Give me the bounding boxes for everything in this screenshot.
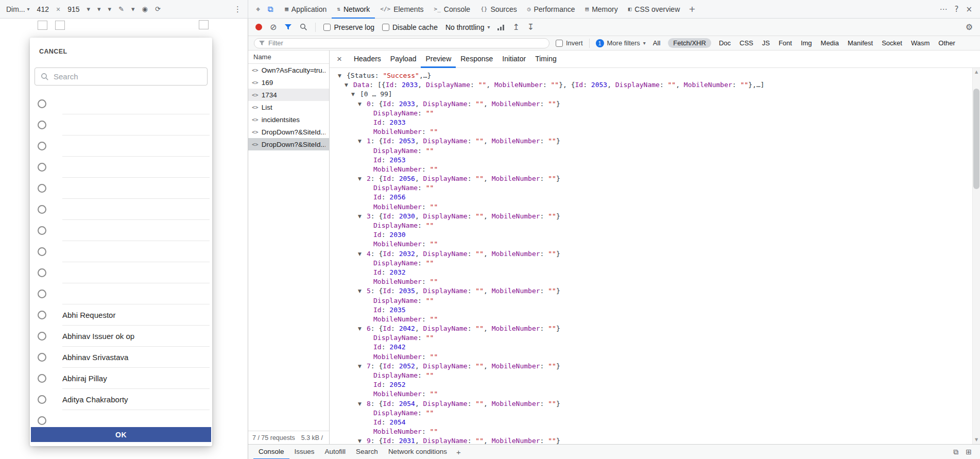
help-icon[interactable]: ? <box>951 5 962 14</box>
radio-button[interactable] <box>38 311 46 319</box>
close-devtools-icon[interactable]: × <box>962 5 976 14</box>
tab-preview[interactable]: Preview <box>421 50 456 68</box>
tree-expand-marker[interactable]: ▼ <box>358 99 367 109</box>
filter-chip[interactable]: Wasm <box>910 38 931 48</box>
tab-sources[interactable]: {}Sources <box>475 0 522 19</box>
device-toolbar-more-icon[interactable]: ⋮ <box>234 5 242 14</box>
radio-button[interactable] <box>38 163 46 172</box>
filter-chip[interactable]: Font <box>778 38 793 48</box>
filter-chip[interactable]: Socket <box>881 38 903 48</box>
request-row[interactable]: <>List <box>248 101 329 113</box>
person-row[interactable]: Abhi Requestor <box>30 304 212 326</box>
tab-memory[interactable]: ▤Memory <box>580 0 623 19</box>
person-row[interactable]: Abhinav Issuer ok op <box>30 326 212 347</box>
radio-button[interactable] <box>38 332 46 341</box>
network-search-icon[interactable] <box>300 23 307 31</box>
filter-chip[interactable]: Fetch/XHR <box>668 38 711 48</box>
page-checkbox[interactable] <box>55 21 65 30</box>
tree-line[interactable]: ▼6: {Id: 2042, DisplayName: "", MobileNu… <box>338 324 972 333</box>
page-checkbox[interactable] <box>199 20 209 29</box>
radio-button[interactable] <box>38 226 46 235</box>
preview-scrollbar[interactable]: ▲ ▼ <box>972 68 980 444</box>
tree-expand-marker[interactable]: ▼ <box>358 249 367 259</box>
radio-button[interactable] <box>38 142 46 150</box>
tab-response[interactable]: Response <box>456 50 497 68</box>
radio-button[interactable] <box>38 268 46 277</box>
tab-css-overview[interactable]: ◧CSS overview <box>623 0 685 19</box>
tree-expand-marker[interactable]: ▼ <box>358 286 367 296</box>
tree-line[interactable]: ▼7: {Id: 2052, DisplayName: "", MobileNu… <box>338 362 972 371</box>
tree-expand-marker[interactable]: ▼ <box>358 399 367 409</box>
request-row[interactable]: <>Own?AsFaculty=tru... <box>248 64 329 76</box>
filter-input[interactable]: Filter <box>254 38 549 48</box>
more-filters-button[interactable]: 1 More filters ▾ <box>596 39 646 47</box>
tree-expand-marker[interactable]: ▼ <box>351 90 360 99</box>
person-row[interactable] <box>30 241 212 262</box>
throttling-dropdown-icon[interactable]: ▾ <box>131 5 135 13</box>
request-row[interactable]: <>169 <box>248 76 329 89</box>
throttling-select[interactable]: No throttling ▾ <box>445 23 490 31</box>
filter-chip[interactable]: Img <box>800 38 813 48</box>
preserve-log-checkbox[interactable]: Preserve log <box>323 23 374 31</box>
tree-expand-marker[interactable]: ▼ <box>358 436 367 444</box>
ok-button[interactable]: OK <box>31 427 211 442</box>
radio-button[interactable] <box>38 205 46 214</box>
filter-chip[interactable]: Manifest <box>847 38 874 48</box>
scroll-up-icon[interactable]: ▲ <box>973 68 980 76</box>
tree-expand-marker[interactable]: ▼ <box>358 362 367 371</box>
filter-chip[interactable]: Media <box>820 38 840 48</box>
drawer-tab-autofill[interactable]: Autofill <box>320 445 351 459</box>
tab-network[interactable]: ⇅Network <box>332 0 375 19</box>
tree-expand-marker[interactable]: ▼ <box>338 71 347 80</box>
person-row[interactable]: Abhinav Srivastava <box>30 347 212 368</box>
person-row[interactable] <box>30 114 212 135</box>
request-row[interactable]: <>DropDown?&SiteId... <box>248 126 329 138</box>
settings-gear-icon[interactable]: ⚙ <box>966 23 973 31</box>
page-checkbox[interactable] <box>38 21 47 30</box>
device-toolbar-toggle-icon[interactable]: ⧉ <box>264 5 277 14</box>
dimensions-dropdown[interactable]: Dim... ▾ <box>6 5 30 13</box>
tree-line[interactable]: ▼Data: [{Id: 2033, DisplayName: "", Mobi… <box>338 80 972 90</box>
tab-headers[interactable]: Headers <box>349 50 386 68</box>
tree-line[interactable]: ▼9: {Id: 2031, DisplayName: "", MobileNu… <box>338 436 972 444</box>
tree-expand-marker[interactable]: ▼ <box>345 80 353 90</box>
request-row[interactable]: <>1734 <box>248 89 329 101</box>
expand-panel-icon[interactable]: ⊞ <box>966 448 972 456</box>
scrollbar-thumb[interactable] <box>973 89 979 189</box>
tree-line[interactable]: ▼3: {Id: 2030, DisplayName: "", MobileNu… <box>338 212 972 221</box>
radio-button[interactable] <box>38 374 46 383</box>
tree-line[interactable]: ▼[0 … 99] <box>338 90 972 99</box>
tree-expand-marker[interactable]: ▼ <box>358 137 367 146</box>
drawer-tab-network-conditions[interactable]: Network conditions <box>383 445 452 459</box>
record-button[interactable] <box>255 24 262 30</box>
add-panel-icon[interactable]: + <box>685 4 699 14</box>
request-row[interactable]: <>incidentsites <box>248 113 329 126</box>
tree-line[interactable]: ▼2: {Id: 2056, DisplayName: "", MobileNu… <box>338 174 972 183</box>
export-har-icon[interactable]: ↥ <box>512 23 519 31</box>
drawer-tab-issues[interactable]: Issues <box>289 445 320 459</box>
radio-button[interactable] <box>38 184 46 193</box>
search-input[interactable] <box>54 72 201 81</box>
radio-button[interactable] <box>38 121 46 129</box>
tree-line[interactable]: ▼8: {Id: 2054, DisplayName: "", MobileNu… <box>338 399 972 409</box>
zoom-dropdown-icon[interactable]: ▾ <box>87 5 91 13</box>
cancel-button[interactable]: CANCEL <box>39 48 67 55</box>
radio-button[interactable] <box>38 416 46 425</box>
person-row[interactable] <box>30 410 212 427</box>
clear-network-log-icon[interactable]: ⊘ <box>270 23 277 31</box>
radio-button[interactable] <box>38 247 46 256</box>
filter-chip[interactable]: All <box>652 38 661 48</box>
tree-line[interactable]: ▼1: {Id: 2053, DisplayName: "", MobileNu… <box>338 137 972 146</box>
person-row[interactable] <box>30 93 212 114</box>
tab-console[interactable]: >_Console <box>429 0 476 19</box>
device-type-dropdown-icon[interactable]: ▾ <box>108 5 112 13</box>
tab-elements[interactable]: </>Elements <box>375 0 428 19</box>
invert-checkbox[interactable]: Invert <box>556 39 583 47</box>
filter-chip[interactable]: JS <box>761 38 771 48</box>
radio-button[interactable] <box>38 99 46 108</box>
person-row[interactable] <box>30 199 212 220</box>
tab-timing[interactable]: Timing <box>530 50 561 68</box>
device-height-field[interactable]: 915 <box>67 5 79 13</box>
drawer-tab-search[interactable]: Search <box>351 445 383 459</box>
tree-line[interactable]: ▼5: {Id: 2035, DisplayName: "", MobileNu… <box>338 286 972 296</box>
